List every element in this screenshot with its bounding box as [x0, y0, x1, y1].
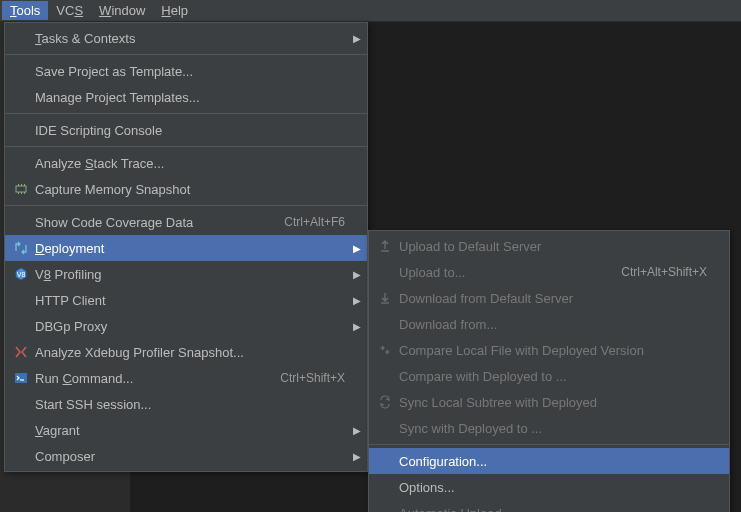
svg-rect-8	[15, 373, 27, 383]
xdebug-icon	[11, 344, 31, 360]
tools-menu: Tasks & Contexts ▶ Save Project as Templ…	[4, 22, 368, 472]
submenu-arrow-icon: ▶	[353, 295, 361, 306]
menu-item-compare-with[interactable]: Compare with Deployed to ...	[369, 363, 729, 389]
terminal-icon	[11, 370, 31, 386]
label: Configuration...	[399, 454, 707, 469]
sync-icon	[375, 394, 395, 410]
label: Automatic Upload	[399, 506, 707, 513]
label: Sync with Deployed to ...	[399, 421, 707, 436]
menu-item-tasks-contexts[interactable]: Tasks & Contexts ▶	[5, 25, 367, 51]
menu-item-show-coverage[interactable]: Show Code Coverage Data Ctrl+Alt+F6	[5, 209, 367, 235]
download-icon	[375, 290, 395, 306]
menu-item-deployment[interactable]: Deployment ▶	[5, 235, 367, 261]
blank-icon	[375, 453, 395, 469]
svg-text:V8: V8	[17, 271, 26, 278]
label: Show Code Coverage Data	[35, 215, 268, 230]
deployment-icon	[11, 240, 31, 256]
blank-icon	[11, 396, 31, 412]
menu-item-composer[interactable]: Composer ▶	[5, 443, 367, 469]
menu-item-upload-default[interactable]: Upload to Default Server	[369, 233, 729, 259]
menu-item-automatic-upload[interactable]: Automatic Upload	[369, 500, 729, 512]
label: DBGp Proxy	[35, 319, 345, 334]
svg-rect-6	[24, 192, 25, 194]
blank-icon	[11, 292, 31, 308]
blank-icon	[11, 30, 31, 46]
blank-icon	[11, 214, 31, 230]
v8-icon: V8	[11, 266, 31, 282]
menubar-vcs[interactable]: VCS	[48, 1, 91, 20]
menu-item-sync-with[interactable]: Sync with Deployed to ...	[369, 415, 729, 441]
svg-rect-0	[16, 186, 26, 192]
blank-icon	[11, 422, 31, 438]
submenu-arrow-icon: ▶	[353, 243, 361, 254]
blank-icon	[375, 264, 395, 280]
blank-icon	[375, 368, 395, 384]
label: Upload to...	[399, 265, 605, 280]
blank-icon	[11, 89, 31, 105]
menubar-tools[interactable]: Tools	[2, 1, 48, 20]
shortcut: Ctrl+Alt+Shift+X	[621, 265, 707, 279]
svg-rect-3	[24, 184, 25, 186]
label: Download from Default Server	[399, 291, 707, 306]
menu-item-analyze-xdebug[interactable]: Analyze Xdebug Profiler Snapshot...	[5, 339, 367, 365]
blank-icon	[11, 155, 31, 171]
menu-separator	[5, 113, 367, 114]
menu-item-options[interactable]: Options...	[369, 474, 729, 500]
blank-icon	[11, 122, 31, 138]
menu-separator	[5, 54, 367, 55]
menu-item-sync-local[interactable]: Sync Local Subtree with Deployed	[369, 389, 729, 415]
blank-icon	[375, 420, 395, 436]
menu-item-http-client[interactable]: HTTP Client ▶	[5, 287, 367, 313]
menu-item-start-ssh[interactable]: Start SSH session...	[5, 391, 367, 417]
shortcut: Ctrl+Alt+F6	[284, 215, 345, 229]
menu-item-analyze-stack[interactable]: Analyze Stack Trace...	[5, 150, 367, 176]
menu-item-v8-profiling[interactable]: V8 V8 Profiling ▶	[5, 261, 367, 287]
label: Download from...	[399, 317, 707, 332]
upload-icon	[375, 238, 395, 254]
menubar-help[interactable]: Help	[153, 1, 196, 20]
menu-item-upload-to[interactable]: Upload to... Ctrl+Alt+Shift+X	[369, 259, 729, 285]
deployment-submenu: Upload to Default Server Upload to... Ct…	[368, 230, 730, 512]
menu-separator	[5, 146, 367, 147]
label: Options...	[399, 480, 707, 495]
label: Compare with Deployed to ...	[399, 369, 707, 384]
label: Compare Local File with Deployed Version	[399, 343, 707, 358]
memory-icon	[11, 181, 31, 197]
svg-rect-2	[21, 184, 22, 186]
svg-rect-1	[18, 184, 19, 186]
submenu-arrow-icon: ▶	[353, 33, 361, 44]
menu-item-run-command[interactable]: Run Command... Ctrl+Shift+X	[5, 365, 367, 391]
menubar-window[interactable]: Window	[91, 1, 153, 20]
menu-item-save-template[interactable]: Save Project as Template...	[5, 58, 367, 84]
menu-item-dbgp-proxy[interactable]: DBGp Proxy ▶	[5, 313, 367, 339]
blank-icon	[375, 316, 395, 332]
menu-item-ide-scripting[interactable]: IDE Scripting Console	[5, 117, 367, 143]
label: Composer	[35, 449, 345, 464]
compare-icon	[375, 342, 395, 358]
label: Capture Memory Snapshot	[35, 182, 345, 197]
submenu-arrow-icon: ▶	[353, 425, 361, 436]
label: Save Project as Template...	[35, 64, 345, 79]
menu-item-vagrant[interactable]: Vagrant ▶	[5, 417, 367, 443]
label: Start SSH session...	[35, 397, 345, 412]
label: Sync Local Subtree with Deployed	[399, 395, 707, 410]
blank-icon	[11, 318, 31, 334]
blank-icon	[375, 505, 395, 512]
svg-rect-4	[18, 192, 19, 194]
blank-icon	[375, 479, 395, 495]
label: Analyze Xdebug Profiler Snapshot...	[35, 345, 345, 360]
shortcut: Ctrl+Shift+X	[280, 371, 345, 385]
menu-item-download-from[interactable]: Download from...	[369, 311, 729, 337]
svg-rect-5	[21, 192, 22, 194]
blank-icon	[11, 63, 31, 79]
menu-item-download-default[interactable]: Download from Default Server	[369, 285, 729, 311]
menu-item-configuration[interactable]: Configuration...	[369, 448, 729, 474]
label: Upload to Default Server	[399, 239, 707, 254]
menu-item-capture-memory[interactable]: Capture Memory Snapshot	[5, 176, 367, 202]
menu-item-manage-templates[interactable]: Manage Project Templates...	[5, 84, 367, 110]
blank-icon	[11, 448, 31, 464]
label: IDE Scripting Console	[35, 123, 345, 138]
submenu-arrow-icon: ▶	[353, 269, 361, 280]
menu-item-compare-local[interactable]: Compare Local File with Deployed Version	[369, 337, 729, 363]
submenu-arrow-icon: ▶	[353, 321, 361, 332]
